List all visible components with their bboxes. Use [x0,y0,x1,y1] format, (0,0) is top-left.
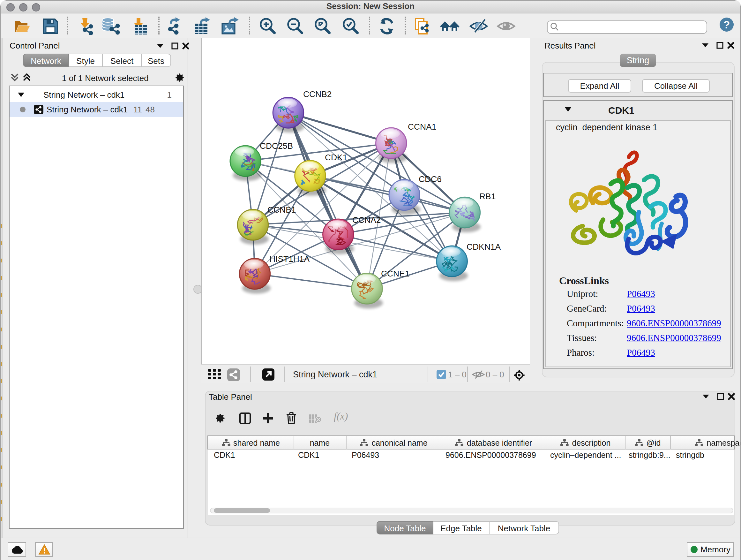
svg-text:CDKN1A: CDKN1A [467,242,501,252]
svg-text:CCNB1: CCNB1 [267,205,296,214]
svg-text:RB1: RB1 [479,192,495,201]
svg-text:CDC25B: CDC25B [260,141,293,151]
svg-text:?: ? [724,18,730,30]
svg-text:CCNA1: CCNA1 [408,122,436,132]
svg-text:HIST1H1A: HIST1H1A [269,254,310,264]
svg-text:CDC6: CDC6 [419,174,442,184]
svg-text:CDK1: CDK1 [325,152,347,162]
svg-text:CCNB2: CCNB2 [303,89,332,99]
svg-text:CCNA2: CCNA2 [352,215,381,225]
svg-text:CCNE1: CCNE1 [381,269,409,278]
